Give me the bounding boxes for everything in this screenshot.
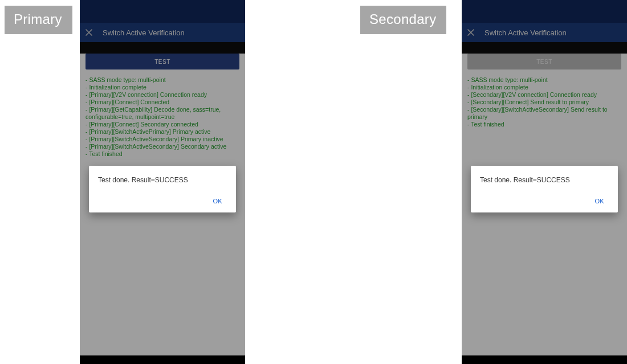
phone-primary: Switch Active Verification TEST - SASS m… <box>80 0 245 364</box>
dialog-message: Test done. Result=SUCCESS <box>480 176 609 184</box>
badge-secondary: Secondary <box>360 6 446 34</box>
dialog-ok-button[interactable]: OK <box>591 194 609 208</box>
result-dialog: Test done. Result=SUCCESS OK <box>471 166 618 212</box>
dialog-message: Test done. Result=SUCCESS <box>98 176 227 184</box>
badge-primary: Primary <box>5 6 72 34</box>
result-dialog: Test done. Result=SUCCESS OK <box>89 166 236 212</box>
dialog-ok-button[interactable]: OK <box>209 194 227 208</box>
phone-secondary: Switch Active Verification TEST - SASS m… <box>462 0 627 364</box>
